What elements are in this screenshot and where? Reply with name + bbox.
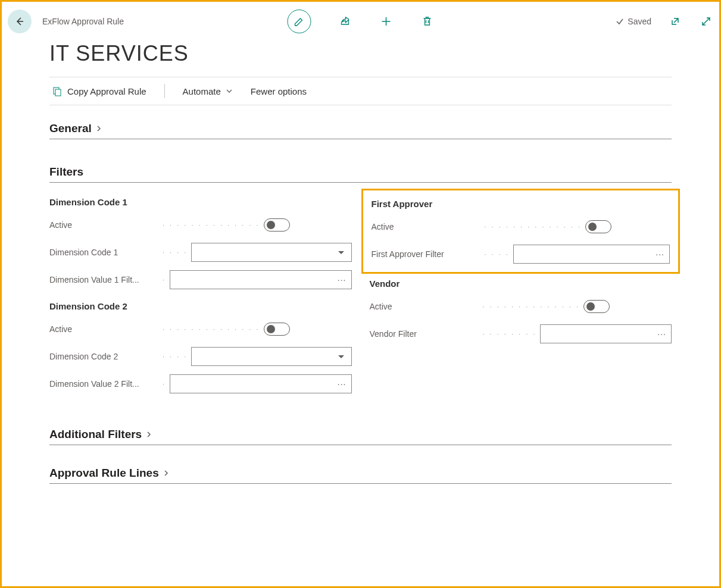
dim1-code-label: Dimension Code 1 — [49, 248, 163, 257]
general-section-header[interactable]: General — [49, 122, 672, 139]
vendor-filter-label: Vendor Filter — [370, 329, 483, 339]
back-button[interactable] — [8, 10, 32, 33]
share-button[interactable] — [338, 14, 352, 29]
first-approver-active-toggle[interactable] — [585, 220, 611, 233]
plus-icon — [380, 15, 392, 27]
check-icon — [616, 17, 624, 26]
svg-rect-1 — [55, 89, 61, 96]
new-button[interactable] — [379, 14, 393, 29]
approval-rule-lines-section-header[interactable]: Approval Rule Lines — [49, 467, 672, 484]
expand-button[interactable] — [699, 14, 713, 29]
saved-indicator: Saved — [616, 17, 651, 26]
pop-out-button[interactable] — [668, 14, 682, 29]
chevron-right-icon — [145, 431, 152, 438]
pop-out-icon — [670, 16, 681, 27]
automate-menu[interactable]: Automate — [183, 86, 233, 96]
action-separator — [164, 84, 165, 98]
first-approver-highlight: First Approver Active · · · · · · · · · … — [361, 189, 681, 274]
edit-button[interactable] — [287, 10, 311, 33]
dimension-code-1-group: Dimension Code 1 — [49, 197, 352, 207]
expand-icon — [701, 16, 711, 27]
delete-button[interactable] — [420, 14, 434, 29]
breadcrumb: ExFlow Approval Rule — [42, 17, 124, 26]
first-approver-active-label: Active — [372, 222, 485, 232]
vendor-active-label: Active — [370, 302, 483, 311]
dim2-active-toggle[interactable] — [264, 323, 290, 336]
dim2-value-input[interactable]: ··· — [170, 374, 351, 393]
chevron-right-icon — [95, 125, 102, 132]
additional-filters-section-header[interactable]: Additional Filters — [49, 428, 672, 445]
first-approver-filter-label: First Approver Filter — [372, 249, 485, 259]
dim2-active-label: Active — [49, 324, 163, 334]
dim1-active-toggle[interactable] — [264, 218, 290, 232]
first-approver-filter-input[interactable]: ··· — [513, 245, 670, 264]
vendor-active-toggle[interactable] — [583, 300, 610, 313]
fewer-options-action[interactable]: Fewer options — [251, 86, 307, 96]
dimension-code-2-group: Dimension Code 2 — [49, 301, 352, 311]
vendor-group: Vendor — [370, 279, 672, 289]
share-icon — [339, 15, 351, 27]
chevron-right-icon — [163, 470, 170, 477]
dim2-code-label: Dimension Code 2 — [49, 352, 163, 361]
trash-icon — [422, 15, 432, 27]
copy-approval-rule-action[interactable]: Copy Approval Rule — [52, 86, 146, 96]
dim2-value-label: Dimension Value 2 Filt... — [49, 379, 163, 389]
copy-icon — [52, 86, 63, 96]
dim1-active-label: Active — [49, 220, 163, 230]
dim1-value-input[interactable]: ··· — [170, 270, 351, 289]
dim1-code-dropdown[interactable] — [191, 243, 351, 262]
chevron-down-icon — [226, 87, 233, 95]
filters-section-header[interactable]: Filters — [49, 165, 672, 183]
page-title: IT SERVICES — [49, 41, 713, 66]
dim1-value-label: Dimension Value 1 Filt... — [49, 275, 163, 284]
arrow-left-icon — [14, 15, 26, 27]
pencil-icon — [294, 16, 304, 27]
first-approver-group: First Approver — [372, 199, 670, 209]
vendor-filter-input[interactable]: ··· — [540, 324, 672, 343]
dim2-code-dropdown[interactable] — [191, 347, 351, 366]
